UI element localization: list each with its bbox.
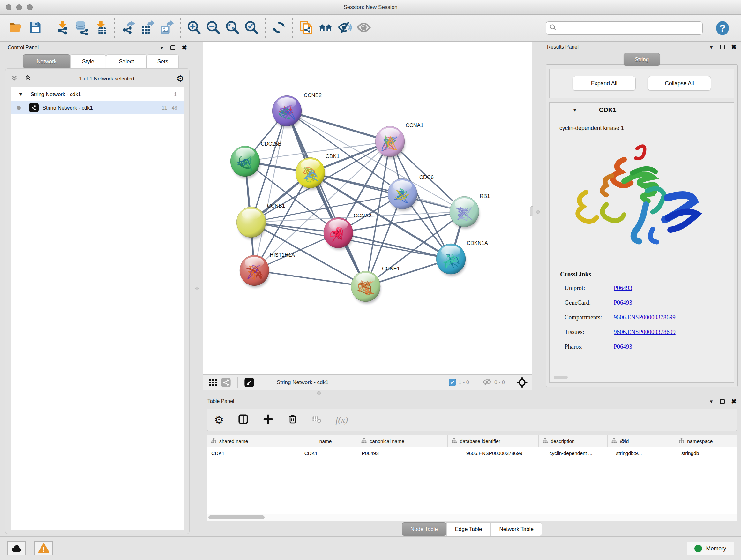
network-collection-row[interactable]: ▼ String Network - cdk1 1: [11, 87, 184, 101]
search-field[interactable]: [546, 21, 703, 35]
column-header-name[interactable]: name: [290, 435, 358, 447]
results-hscrollbar-thumb[interactable]: [554, 376, 568, 379]
export-network-button[interactable]: [120, 19, 137, 37]
network-node-HIST1H1A[interactable]: HIST1H1A: [240, 252, 295, 288]
column-header-id[interactable]: @id: [608, 435, 675, 447]
cell-name[interactable]: CDK1: [290, 447, 358, 459]
network-edge-CCNB2-HIST1H1A[interactable]: [254, 111, 287, 270]
network-edge-HIST1H1A-CCNE1[interactable]: [254, 270, 366, 287]
search-input[interactable]: [559, 25, 699, 31]
cell-description[interactable]: cyclin-dependent ...: [539, 447, 608, 459]
network-node-CDKN1A[interactable]: CDKN1A: [436, 240, 488, 276]
close-window-button[interactable]: [6, 4, 11, 10]
network-node-CDC6[interactable]: CDC6: [388, 174, 434, 211]
network-node-CDK1[interactable]: CDK1: [295, 153, 340, 190]
network-view-canvas[interactable]: CCNB2CCNA1CDC25BCDK1CDC6RB1CCNB1CCNA2CDK…: [203, 42, 532, 374]
cloud-status-button[interactable]: [7, 541, 25, 555]
panel-menu-icon[interactable]: ▼: [709, 399, 714, 404]
tissues-link[interactable]: 9606.ENSP00000378699: [614, 328, 676, 335]
memory-button[interactable]: Memory: [687, 542, 734, 555]
save-session-button[interactable]: [27, 19, 44, 37]
float-panel-icon[interactable]: [171, 45, 175, 50]
open-session-button[interactable]: [8, 19, 24, 37]
show-all-button[interactable]: [355, 19, 372, 37]
selected-checkbox-icon[interactable]: [449, 379, 456, 386]
export-image-button[interactable]: [158, 19, 175, 37]
string-home-button[interactable]: [317, 19, 334, 37]
close-panel-icon[interactable]: ✖: [731, 398, 737, 405]
tab-network[interactable]: Network: [23, 54, 70, 68]
compartments-link[interactable]: 9606.ENSP00000378699: [614, 314, 676, 321]
cell-shared-name[interactable]: CDK1: [207, 447, 290, 459]
birdseye-crosshair-icon[interactable]: [516, 376, 529, 388]
expand-all-button[interactable]: Expand All: [572, 76, 636, 91]
refresh-button[interactable]: [271, 19, 287, 37]
show-columns-icon[interactable]: [238, 414, 249, 426]
zoom-selected-button[interactable]: [243, 19, 260, 37]
table-hscrollbar[interactable]: [207, 514, 737, 521]
float-panel-icon[interactable]: [720, 45, 725, 50]
network-item-row[interactable]: String Network - cdk1 11 48: [11, 101, 184, 114]
column-header-shared-name[interactable]: shared name: [207, 435, 290, 447]
gene-section-header[interactable]: ▼ CDK1: [549, 103, 734, 118]
copy-network-button[interactable]: [298, 19, 315, 37]
tab-network-table[interactable]: Network Table: [491, 522, 542, 536]
horizontal-splitter-handle[interactable]: [317, 391, 321, 395]
table-row[interactable]: CDK1 CDK1 P06493 9606.ENSP00000378699 cy…: [207, 447, 737, 459]
cell-namespace[interactable]: stringdb: [675, 447, 737, 459]
tab-string-results[interactable]: String: [623, 53, 660, 66]
column-header-description[interactable]: description: [539, 435, 608, 447]
column-header-canonical-name[interactable]: canonical name: [357, 435, 448, 447]
vertical-splitter-handle[interactable]: [195, 287, 199, 290]
column-header-namespace[interactable]: namespace: [675, 435, 737, 447]
tab-select[interactable]: Select: [106, 54, 147, 68]
collapse-all-icon[interactable]: [10, 74, 18, 83]
cell-id[interactable]: stringdb:9...: [608, 447, 675, 459]
vertical-splitter-handle[interactable]: [536, 210, 540, 213]
collapse-all-button[interactable]: Collapse All: [648, 76, 711, 91]
cell-database-identifier[interactable]: 9606.ENSP00000378699: [448, 447, 539, 459]
zoom-in-button[interactable]: [186, 19, 202, 37]
network-share-icon[interactable]: [219, 376, 232, 388]
network-node-CCNA1[interactable]: CCNA1: [375, 122, 423, 159]
close-panel-icon[interactable]: ✖: [731, 44, 737, 50]
zoom-out-button[interactable]: [205, 19, 221, 37]
add-column-icon[interactable]: [263, 414, 273, 426]
string-network-graph[interactable]: CCNB2CCNA1CDC25BCDK1CDC6RB1CCNB1CCNA2CDK…: [203, 42, 532, 374]
uniprot-link[interactable]: P06493: [614, 285, 632, 292]
tab-sets[interactable]: Sets: [147, 54, 179, 68]
import-network-button[interactable]: [54, 19, 71, 37]
minimize-window-button[interactable]: [16, 4, 22, 10]
maximize-window-button[interactable]: [27, 4, 32, 10]
panel-collapse-handle[interactable]: [530, 206, 533, 216]
export-table-button[interactable]: [139, 19, 156, 37]
hide-selected-button[interactable]: [336, 19, 353, 37]
table-hscrollbar-thumb[interactable]: [208, 515, 265, 519]
panel-menu-icon[interactable]: ▼: [159, 45, 164, 50]
tab-node-table[interactable]: Node Table: [402, 522, 447, 536]
warning-button[interactable]: [35, 541, 53, 555]
float-panel-icon[interactable]: [720, 399, 725, 404]
network-options-gear-icon[interactable]: ⚙: [176, 73, 184, 84]
genecard-link[interactable]: P06493: [614, 299, 632, 306]
expand-all-icon[interactable]: [24, 74, 31, 83]
open-in-new-window-icon[interactable]: [243, 376, 256, 388]
import-table-button[interactable]: [92, 19, 109, 37]
show-grid-icon[interactable]: [207, 376, 219, 388]
tab-edge-table[interactable]: Edge Table: [447, 522, 491, 536]
table-settings-gear-icon[interactable]: ⚙: [214, 415, 224, 425]
help-button[interactable]: ?: [715, 20, 730, 36]
cell-canonical-name[interactable]: P06493: [357, 447, 448, 459]
tab-style[interactable]: Style: [70, 54, 106, 68]
network-edge-CCNB2-CCNA1[interactable]: [287, 111, 390, 141]
panel-menu-icon[interactable]: ▼: [709, 45, 714, 50]
delete-column-trash-icon[interactable]: [287, 414, 298, 426]
zoom-fit-button[interactable]: [224, 19, 241, 37]
network-edge-CDK1-RB1[interactable]: [310, 173, 464, 212]
network-node-CCNB2[interactable]: CCNB2: [272, 92, 322, 128]
section-collapse-icon[interactable]: ▼: [572, 108, 577, 112]
collection-expand-icon[interactable]: ▼: [18, 92, 23, 97]
pharos-link[interactable]: P06493: [614, 343, 632, 350]
network-node-RB1[interactable]: RB1: [450, 193, 490, 229]
column-header-database-identifier[interactable]: database identifier: [448, 435, 539, 447]
